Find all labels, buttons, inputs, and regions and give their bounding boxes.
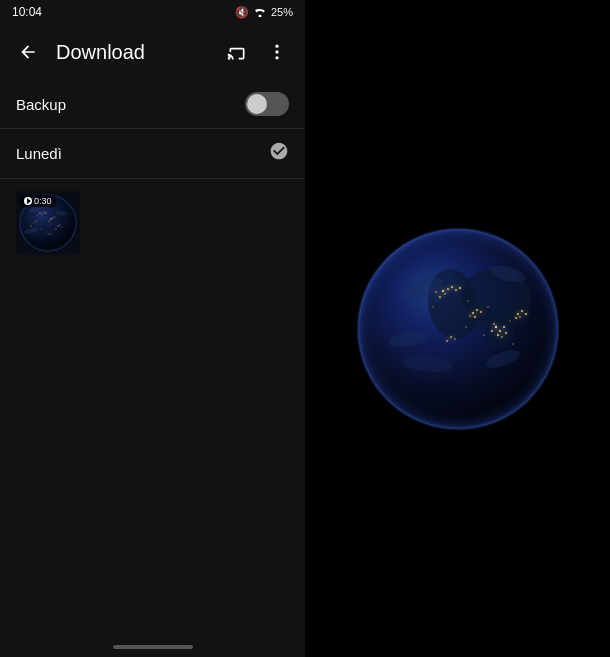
- svg-point-13: [49, 221, 50, 222]
- backup-row: Backup: [0, 80, 305, 129]
- cast-button[interactable]: [217, 32, 257, 72]
- backup-toggle[interactable]: [245, 92, 289, 116]
- svg-point-10: [45, 212, 46, 213]
- svg-point-7: [42, 214, 43, 215]
- svg-point-20: [56, 229, 57, 230]
- status-bar: 10:04 🔇 25%: [0, 0, 305, 24]
- back-button[interactable]: [8, 32, 48, 72]
- status-icons: 🔇 25%: [235, 5, 293, 19]
- more-options-button[interactable]: [257, 32, 297, 72]
- section-title: Lunedì: [16, 145, 62, 162]
- svg-point-23: [48, 233, 49, 234]
- svg-point-14: [55, 217, 56, 218]
- home-indicator[interactable]: [113, 645, 193, 649]
- check-icon: [269, 141, 289, 166]
- phone-panel: 10:04 🔇 25% Download: [0, 0, 305, 657]
- earth-wallpaper-panel: [305, 0, 610, 657]
- svg-point-9: [44, 212, 45, 213]
- status-time: 10:04: [12, 5, 42, 19]
- svg-point-22: [31, 226, 32, 227]
- page-title: Download: [56, 41, 209, 64]
- svg-point-18: [60, 225, 61, 226]
- battery-level: 25%: [271, 6, 293, 18]
- svg-point-0: [275, 45, 278, 48]
- earth-image: [348, 219, 568, 439]
- svg-point-21: [41, 229, 42, 230]
- mute-icon: 🔇: [235, 6, 249, 19]
- content-area: Backup Lunedì: [0, 80, 305, 657]
- app-bar-actions: [217, 32, 297, 72]
- section-lunedi: Lunedì: [0, 129, 305, 179]
- toggle-thumb: [247, 94, 267, 114]
- svg-point-1: [275, 50, 278, 53]
- svg-point-17: [57, 225, 58, 226]
- svg-point-19: [62, 227, 63, 228]
- svg-point-8: [38, 215, 39, 216]
- svg-point-6: [39, 212, 40, 213]
- video-duration: 0:30: [20, 195, 56, 207]
- app-bar: Download: [0, 24, 305, 80]
- video-thumbnail[interactable]: 0:30: [16, 191, 80, 255]
- svg-point-24: [50, 234, 51, 235]
- play-icon: [24, 197, 32, 205]
- wifi-icon: [253, 5, 267, 19]
- backup-label: Backup: [16, 96, 66, 113]
- svg-point-11: [50, 218, 51, 219]
- svg-point-2: [275, 56, 278, 59]
- thumbnails-area: 0:30: [0, 179, 305, 267]
- svg-point-15: [36, 221, 37, 222]
- svg-point-16: [34, 223, 35, 224]
- svg-point-12: [53, 218, 54, 219]
